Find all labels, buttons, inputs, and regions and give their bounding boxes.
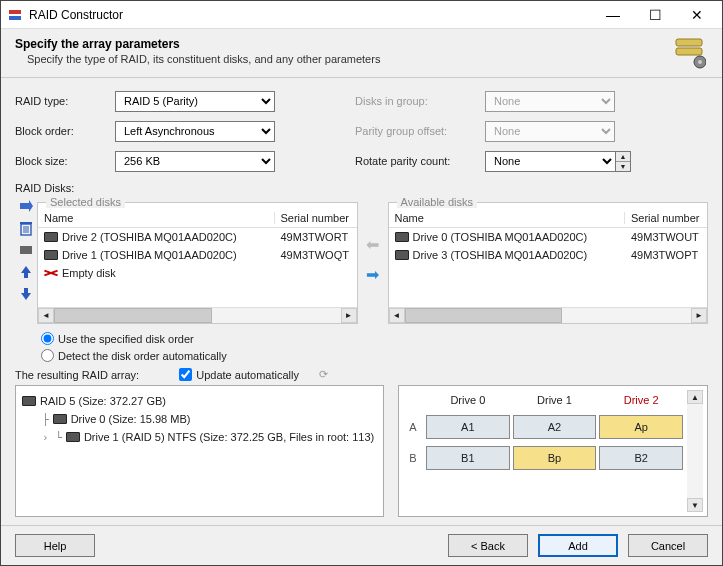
parity-cell: B2: [599, 446, 683, 470]
svg-point-5: [698, 60, 702, 64]
help-button[interactable]: Help: [15, 534, 95, 557]
svg-rect-6: [20, 203, 30, 209]
refresh-icon[interactable]: ⟳: [319, 368, 328, 381]
parity-group-offset-label: Parity group offset:: [355, 125, 485, 137]
hdd-icon: [53, 414, 67, 424]
selected-disks-legend: Selected disks: [46, 196, 125, 208]
parity-cell: A2: [513, 415, 597, 439]
titlebar: RAID Constructor — ☐ ✕: [1, 1, 722, 29]
parity-header: Drive 2: [599, 394, 683, 406]
empty-disk-button[interactable]: [18, 242, 34, 258]
svg-rect-3: [676, 48, 702, 55]
parity-row-label: B: [403, 452, 423, 464]
block-order-label: Block order:: [15, 125, 115, 137]
hdd-icon: [395, 232, 409, 242]
disk-row[interactable]: Drive 1 (TOSHIBA MQ01AAD020C)49M3TWOQT: [38, 246, 357, 264]
tree-root: RAID 5 (Size: 372.27 GB): [40, 395, 166, 407]
page-title: Specify the array parameters: [15, 37, 672, 51]
disk-row[interactable]: Drive 0 (TOSHIBA MQ01AAD020C)49M3TWOUT: [389, 228, 708, 246]
selected-disks-panel: Selected disks Name Serial number Drive …: [37, 196, 358, 324]
add-button[interactable]: Add: [538, 534, 618, 557]
raid-icon: [672, 37, 708, 69]
col-name[interactable]: Name: [389, 212, 626, 224]
parity-cell: Bp: [513, 446, 597, 470]
hdd-icon: [22, 396, 36, 406]
parity-cell: A1: [426, 415, 510, 439]
svg-rect-2: [676, 39, 702, 46]
available-disks-legend: Available disks: [397, 196, 478, 208]
use-specified-order-radio[interactable]: Use the specified disk order: [41, 332, 708, 345]
minimize-button[interactable]: —: [592, 1, 634, 28]
rotate-parity-count-select[interactable]: None: [485, 151, 615, 172]
delete-disk-button[interactable]: [18, 220, 34, 236]
no-disk-icon: [44, 267, 58, 279]
maximize-button[interactable]: ☐: [634, 1, 676, 28]
hdd-icon: [395, 250, 409, 260]
detect-order-auto-radio[interactable]: Detect the disk order automatically: [41, 349, 708, 362]
raid-type-select[interactable]: RAID 5 (Parity): [115, 91, 275, 112]
raid-type-label: RAID type:: [15, 95, 115, 107]
parity-header: Drive 1: [513, 394, 597, 406]
window-title: RAID Constructor: [29, 8, 592, 22]
parity-group-offset-select: None: [485, 121, 615, 142]
hdd-icon: [66, 432, 80, 442]
page-subtitle: Specify the type of RAID, its constituen…: [27, 53, 672, 65]
disk-row[interactable]: Drive 3 (TOSHIBA MQ01AAD020C)49M3TWOPT: [389, 246, 708, 264]
tree-node: Drive 0 (Size: 15.98 MB): [71, 413, 191, 425]
hdd-icon: [44, 232, 58, 242]
parity-header: Drive 0: [426, 394, 510, 406]
parity-cell: Ap: [599, 415, 683, 439]
close-button[interactable]: ✕: [676, 1, 718, 28]
block-size-label: Block size:: [15, 155, 115, 167]
app-icon: [7, 7, 23, 23]
update-automatically-checkbox[interactable]: Update automatically: [179, 368, 299, 381]
disks-in-group-label: Disks in group:: [355, 95, 485, 107]
svg-rect-0: [9, 10, 21, 14]
hdd-icon: [44, 250, 58, 260]
wizard-header: Specify the array parameters Specify the…: [1, 29, 722, 78]
tree-node: Drive 1 (RAID 5) NTFS (Size: 372.25 GB, …: [84, 431, 374, 443]
move-right-icon[interactable]: ➡: [366, 267, 379, 283]
available-disks-panel: Available disks Name Serial number Drive…: [388, 196, 709, 324]
col-name[interactable]: Name: [38, 212, 275, 224]
parity-row-label: A: [403, 421, 423, 433]
result-tree[interactable]: RAID 5 (Size: 372.27 GB) ├Drive 0 (Size:…: [15, 385, 384, 517]
selected-hscroll[interactable]: ◄►: [38, 307, 357, 323]
col-serial[interactable]: Serial number: [275, 212, 357, 224]
svg-rect-1: [9, 16, 21, 20]
col-serial[interactable]: Serial number: [625, 212, 707, 224]
available-hscroll[interactable]: ◄►: [389, 307, 708, 323]
disk-row[interactable]: Empty disk: [38, 264, 357, 282]
raid-disks-label: RAID Disks:: [15, 182, 708, 194]
add-disk-button[interactable]: [18, 198, 34, 214]
move-left-icon[interactable]: ⬅: [366, 237, 379, 253]
svg-rect-11: [20, 222, 32, 224]
resulting-array-label: The resulting RAID array:: [15, 369, 139, 381]
svg-rect-12: [20, 246, 32, 254]
disks-in-group-select: None: [485, 91, 615, 112]
parity-cell: B1: [426, 446, 510, 470]
rotate-parity-spinner[interactable]: ▲▼: [615, 151, 631, 172]
move-down-button[interactable]: [18, 286, 34, 302]
back-button[interactable]: < Back: [448, 534, 528, 557]
disk-row[interactable]: Drive 2 (TOSHIBA MQ01AAD020C)49M3TWORT: [38, 228, 357, 246]
move-up-button[interactable]: [18, 264, 34, 280]
block-order-select[interactable]: Left Asynchronous: [115, 121, 275, 142]
parity-diagram: Drive 0Drive 1Drive 2AA1A2ApBB1BpB2 ▲▼: [398, 385, 708, 517]
rotate-parity-count-label: Rotate parity count:: [355, 155, 485, 167]
block-size-select[interactable]: 256 KB: [115, 151, 275, 172]
cancel-button[interactable]: Cancel: [628, 534, 708, 557]
parity-vscroll[interactable]: ▲▼: [687, 390, 703, 512]
